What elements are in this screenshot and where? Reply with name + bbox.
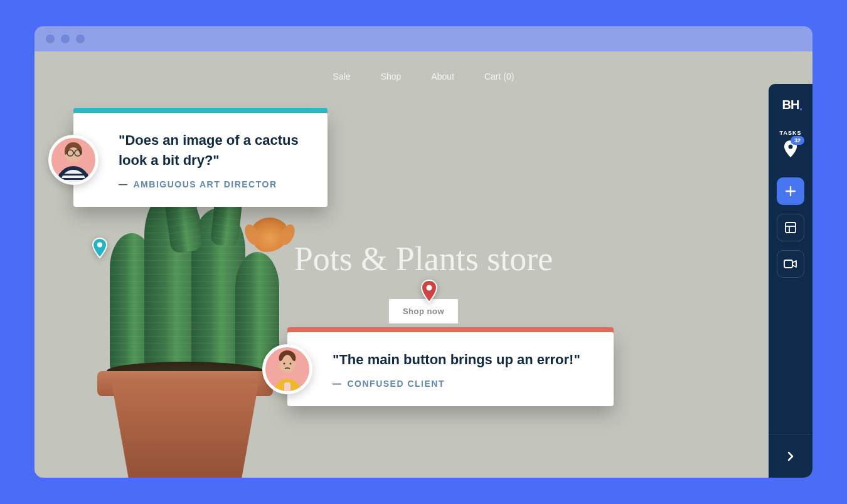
nav-about[interactable]: About [431,71,454,81]
traffic-minimize-icon[interactable] [61,34,70,43]
card-accent-bar [287,327,614,332]
card-attribution: —CONFUSED CLIENT [333,379,596,389]
plus-icon [784,185,797,197]
svg-rect-7 [59,174,88,176]
nav-sale[interactable]: Sale [333,71,351,81]
chevron-right-icon [787,451,794,462]
page-viewport: Sale Shop About Cart (0) Pots & Plants s… [35,51,812,478]
site-nav: Sale Shop About Cart (0) [35,71,812,81]
expand-button[interactable] [769,434,812,478]
svg-point-1 [97,243,102,248]
browser-window: Sale Shop About Cart (0) Pots & Plants s… [35,26,812,478]
layout-button[interactable] [777,214,804,241]
svg-rect-8 [59,178,88,180]
svg-rect-14 [786,223,796,233]
record-button[interactable] [777,250,804,278]
cactus-image [72,164,298,478]
svg-point-10 [284,362,285,364]
svg-rect-6 [72,157,75,163]
svg-point-11 [290,362,292,364]
svg-rect-17 [784,260,792,268]
nav-cart[interactable]: Cart (0) [484,71,514,81]
tasks-count-badge: 32 [791,136,804,145]
layout-icon [784,221,797,234]
map-pin-teal-icon[interactable] [91,237,109,262]
traffic-zoom-icon[interactable] [76,34,85,43]
add-button[interactable] [777,177,804,205]
map-pin-red-icon[interactable] [420,279,439,307]
tasks-button[interactable]: 32 [783,140,798,161]
feedback-card-1: "Does an image of a cactus look a bit dr… [73,113,328,207]
card-accent-bar [73,108,328,113]
feedback-card-2: "The main button brings up an error!" —C… [287,332,614,406]
traffic-close-icon[interactable] [46,34,55,43]
avatar [48,135,99,185]
video-icon [784,258,797,270]
avatar [262,344,312,394]
svg-point-13 [789,145,793,149]
svg-rect-12 [284,382,290,392]
nav-shop[interactable]: Shop [381,71,402,81]
browser-titlebar [35,26,812,51]
toolkit-sidebar: BH TASKS 32 [769,84,812,478]
card-quote: "Does an image of a cactus look a bit dr… [119,130,310,171]
card-quote: "The main button brings up an error!" [333,350,596,370]
tasks-label: TASKS [780,130,802,136]
card-attribution: —AMBIGUOUS ART DIRECTOR [119,179,310,189]
logo: BH [782,98,799,112]
svg-point-0 [427,285,432,291]
